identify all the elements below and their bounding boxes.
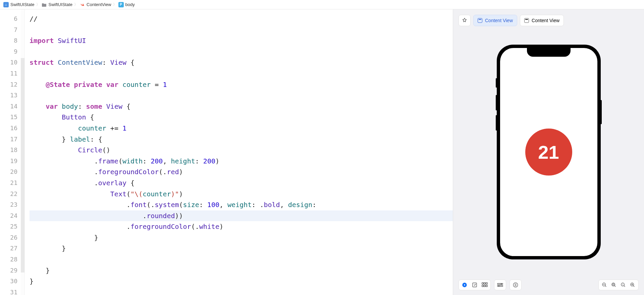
svg-text:1: 1 — [622, 284, 623, 286]
fold-marker[interactable] — [21, 58, 24, 273]
folder-icon — [42, 2, 47, 7]
svg-rect-2 — [482, 283, 484, 284]
svg-point-11 — [498, 286, 499, 287]
svg-rect-6 — [484, 285, 486, 287]
canvas-toolbar — [459, 280, 522, 290]
svg-point-9 — [501, 284, 502, 285]
pin-button[interactable] — [459, 15, 471, 26]
app-icon: ⌂ — [3, 2, 9, 7]
zoom-in-button[interactable] — [630, 282, 636, 288]
crumb-label: SwiftUIState — [49, 2, 73, 7]
zoom-out-button[interactable] — [601, 282, 607, 288]
device-notch — [527, 48, 571, 57]
breadcrumb: ⌂ SwiftUIState 〉 SwiftUIState 〉 ContentV… — [0, 0, 644, 9]
selectable-button[interactable] — [472, 282, 478, 288]
preview-options-button[interactable] — [513, 282, 519, 288]
pin-icon — [462, 18, 467, 23]
device-frame: 21 — [497, 45, 601, 259]
preview-tab-label: Content View — [532, 18, 559, 23]
variants-button[interactable] — [482, 282, 488, 288]
crumb-label: ContentView — [87, 2, 111, 7]
svg-rect-7 — [486, 285, 488, 287]
breadcrumb-symbol[interactable]: P body — [118, 2, 135, 7]
svg-rect-10 — [497, 286, 503, 287]
breadcrumb-file[interactable]: ContentView — [79, 2, 111, 7]
svg-rect-5 — [482, 285, 484, 287]
layout-icon — [478, 18, 482, 23]
svg-rect-1 — [473, 283, 477, 287]
preview-tab-active[interactable]: Content View — [473, 15, 517, 26]
zoom-actual-button[interactable]: 1 — [620, 282, 626, 288]
play-button[interactable] — [462, 282, 468, 288]
code-content[interactable]: // import SwiftUI struct ContentView: Vi… — [25, 9, 453, 295]
svg-rect-4 — [486, 283, 488, 284]
crumb-label: body — [125, 2, 135, 7]
phone-side-button — [496, 95, 497, 110]
swift-icon — [79, 2, 85, 7]
device-settings-button[interactable] — [497, 282, 503, 288]
layout-icon — [524, 18, 529, 23]
svg-rect-15 — [613, 284, 614, 285]
fold-ribbon[interactable] — [21, 9, 25, 295]
chevron-icon: 〉 — [74, 2, 78, 7]
line-gutter: 6789101112131415161718192021222324252627… — [0, 9, 21, 295]
chevron-icon: 〉 — [113, 2, 117, 7]
breadcrumb-folder[interactable]: SwiftUIState — [42, 2, 73, 7]
counter-value: 21 — [538, 141, 559, 163]
phone-side-button — [496, 78, 497, 88]
counter-button[interactable]: 21 — [525, 129, 572, 176]
zoom-fit-button[interactable] — [611, 282, 617, 288]
svg-point-14 — [612, 283, 615, 286]
code-editor[interactable]: 6789101112131415161718192021222324252627… — [0, 9, 453, 295]
breadcrumb-project[interactable]: ⌂ SwiftUIState — [3, 2, 35, 7]
phone-side-button — [496, 115, 497, 131]
zoom-toolbar: 1 — [598, 280, 639, 290]
chevron-icon: 〉 — [36, 2, 40, 7]
preview-tab-label: Content View — [485, 18, 513, 23]
preview-canvas: Content View Content View 21 — [453, 9, 644, 295]
device-screen[interactable]: 21 — [500, 48, 597, 256]
property-icon: P — [118, 2, 124, 7]
svg-rect-8 — [497, 284, 503, 285]
phone-side-button — [600, 100, 602, 124]
crumb-label: SwiftUIState — [10, 2, 35, 7]
preview-tab[interactable]: Content View — [520, 15, 564, 26]
svg-rect-3 — [484, 283, 486, 284]
